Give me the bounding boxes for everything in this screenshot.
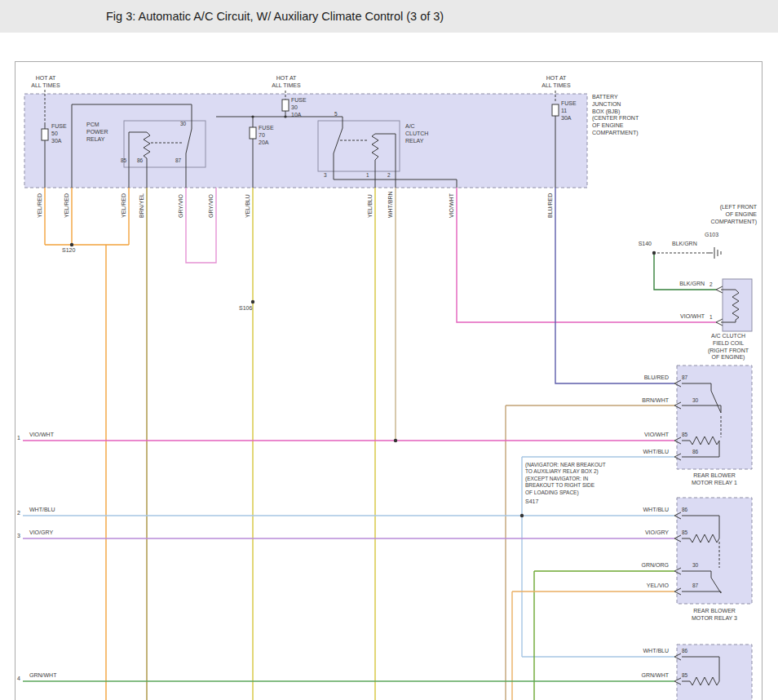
field-coil-wire2-label: BLK/GRN	[669, 281, 705, 288]
relay4-pin-85: 85	[682, 672, 687, 679]
circuit-1-label: VIO/WHT	[29, 432, 54, 439]
relay3-wire85-label: VIO/GRY	[618, 529, 669, 537]
circuit-3-label: VIO/GRY	[29, 529, 53, 537]
circuit-1-number: 1	[15, 435, 22, 442]
wire-label-brn-yel: BRN/YEL	[139, 193, 144, 218]
fuse-70-label: FUSE 70 20A	[259, 125, 274, 146]
ac-pin-2: 2	[387, 172, 391, 179]
fuse-30-label: FUSE 30 10A	[291, 97, 307, 118]
fuse-70-symbol	[250, 127, 256, 139]
relay3-title: REAR BLOWER MOTOR RELAY 3	[677, 608, 752, 622]
ac-clutch-field-coil-box	[723, 279, 752, 331]
splice-s106-dot	[251, 300, 254, 303]
field-coil-wire1-label: VIO/WHT	[669, 313, 705, 321]
wire-label-gry-vio-2: GRY/VIO	[208, 194, 214, 218]
rear-blower-motor-relay-3-box	[677, 498, 752, 604]
circuit-2-label: WHT/BLU	[29, 507, 55, 514]
relay1-wire85-label: VIO/WHT	[618, 432, 669, 439]
circuit-4-label: GRN/WHT	[29, 672, 56, 680]
blk-grn-ground-wire-label: BLK/GRN	[672, 241, 697, 248]
wire-label-gry-vio-1: GRY/VIO	[178, 194, 183, 218]
ac-pin-3: 3	[324, 172, 327, 179]
rear-blower-motor-relay-1-box	[677, 366, 752, 469]
relay1-wire87-label: BLU/RED	[618, 374, 669, 382]
relay1-wire30-label: BRN/WHT	[618, 397, 669, 405]
navigator-note: (NAVIGATOR: NEAR BREAKOUT TO AUXILIARY R…	[525, 462, 627, 496]
relay1-pin-85: 85	[682, 432, 687, 438]
relay4-wire85-label: GRN/WHT	[618, 672, 669, 680]
circuit-4-number: 4	[15, 676, 22, 683]
splice-s120-dot	[70, 243, 73, 246]
relay1-pin-30: 30	[692, 397, 698, 404]
relay4-pin-86: 86	[682, 648, 687, 654]
splice-s417-dot	[520, 514, 524, 517]
wiring-diagram	[0, 0, 778, 700]
junction-dot-fuse30	[284, 115, 286, 117]
splice-s140-dot	[652, 251, 656, 255]
relay1-wire86-label: WHT/BLU	[618, 449, 669, 456]
splice-s417-label: S417	[525, 498, 538, 506]
relay3-pin-87: 87	[692, 583, 698, 589]
wire-label-yel-red-3: YEL/RED	[121, 193, 126, 218]
field-coil-pin-1: 1	[709, 314, 713, 321]
wire-label-vio-wht: VIO/WHT	[449, 193, 454, 218]
ac-clutch-relay-label: A/C CLUTCH RELAY	[405, 123, 428, 144]
g103-label: G103	[705, 232, 718, 239]
relay4-wire86-label: WHT/BLU	[618, 648, 669, 655]
pcm-pin-85: 85	[121, 157, 126, 164]
wire-label-yel-blu-2: YEL/BLU	[367, 194, 373, 218]
relay1-title: REAR BLOWER MOTOR RELAY 1	[677, 472, 752, 487]
ac-pin-5: 5	[334, 111, 338, 117]
bjb-label: BATTERY JUNCTION BOX (BJB) (CENTER FRONT…	[592, 94, 639, 137]
hot-at-all-times-3: HOT AT ALL TIMES	[538, 75, 574, 90]
splice-s140-label: S140	[632, 241, 652, 248]
fuse-11-symbol	[552, 104, 559, 116]
relay1-pin-87: 87	[682, 374, 687, 381]
fuse-50-label: FUSE 50 30A	[51, 123, 67, 144]
pcm-power-relay-box	[124, 121, 206, 167]
circuit-2-number: 2	[15, 510, 22, 517]
pcm-pin-30: 30	[180, 121, 186, 127]
field-coil-label: A/C CLUTCH FIELD COIL (RIGHT FRONT OF EN…	[698, 333, 758, 361]
wire-label-wht-brn: WHT/BRN	[387, 191, 393, 218]
rear-blower-motor-relay-4-box	[677, 645, 752, 700]
fuse-50-symbol	[42, 129, 48, 140]
hot-at-all-times-1: HOT AT ALL TIMES	[28, 75, 64, 90]
g103-location-label: (LEFT FRONT OF ENGINE COMPARTMENT)	[675, 204, 757, 225]
fuse-11-label: FUSE 11 30A	[561, 100, 577, 122]
circuit-3-number: 3	[15, 533, 22, 540]
wire-label-blu-red: BLU/RED	[547, 193, 553, 218]
ac-pin-1: 1	[366, 172, 369, 179]
hot-at-all-times-2: HOT AT ALL TIMES	[268, 75, 304, 90]
relay3-pin-30: 30	[692, 562, 698, 569]
relay3-wire87-label: YEL/VIO	[618, 583, 669, 590]
ac-clutch-relay-box	[318, 121, 400, 171]
junction-dot-fuse70	[251, 115, 254, 117]
pcm-pin-86: 86	[137, 157, 143, 164]
splice-s120-label: S120	[62, 247, 75, 255]
pcm-power-relay-label: PCM POWER RELAY	[86, 122, 108, 143]
wire-label-yel-blu-1: YEL/BLU	[245, 194, 250, 218]
relay3-wire86-label: WHT/BLU	[618, 507, 669, 514]
relay1-pin-86: 86	[692, 449, 698, 455]
junction-dot-whtbrn	[394, 439, 397, 442]
relay3-pin-86: 86	[682, 507, 687, 513]
pcm-pin-87: 87	[175, 157, 181, 164]
splice-s106-label: S106	[239, 305, 252, 312]
relay3-pin-85: 85	[682, 529, 687, 536]
wire-label-yel-red-2: YEL/RED	[64, 193, 69, 218]
relay3-wire30-label: GRN/ORG	[618, 562, 669, 569]
field-coil-pin-2: 2	[709, 281, 713, 288]
wire-label-yel-red-1: YEL/RED	[37, 193, 42, 218]
wiring-diagram-page: Fig 3: Automatic A/C Circuit, W/ Auxilia…	[0, 0, 778, 700]
fuse-30-symbol	[282, 100, 289, 111]
